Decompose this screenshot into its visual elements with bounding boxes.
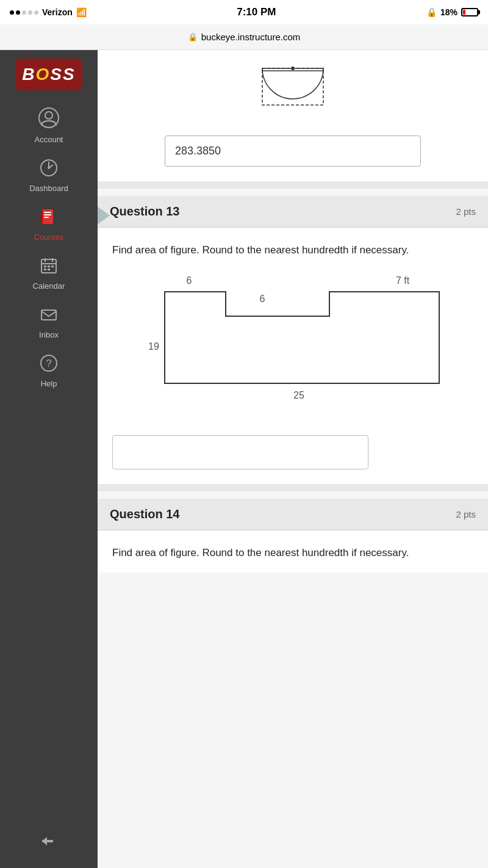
q13-figure-container: 6 6 7 ft 19 25 <box>112 270 473 411</box>
carrier-label: Verizon <box>42 7 73 17</box>
sidebar-item-courses[interactable]: Courses <box>0 199 98 248</box>
svg-rect-27 <box>262 68 323 105</box>
dot-1 <box>10 10 14 15</box>
q14-instruction: Find area of figure. Round to the neares… <box>112 547 409 559</box>
help-icon: ? <box>40 354 58 377</box>
content-area: Question 13 2 pts Find area of figure. R… <box>98 50 488 868</box>
status-bar: Verizon 📶 7:10 PM 🔒 18% <box>0 0 488 24</box>
q14-body: Find area of figure. Round to the neares… <box>98 530 488 573</box>
dot-3 <box>22 10 26 15</box>
collapse-icon <box>41 833 57 853</box>
svg-point-5 <box>48 167 50 169</box>
inbox-label: Inbox <box>39 330 59 339</box>
q13-header: Question 13 2 pts <box>98 196 488 228</box>
q13-title: Question 13 <box>110 204 179 219</box>
boss-logo-image: BOSS <box>15 59 82 90</box>
question-13-block: Question 13 2 pts Find area of figure. R… <box>98 196 488 484</box>
q13-pts: 2 pts <box>456 206 476 217</box>
svg-rect-9 <box>44 217 49 218</box>
sidebar-item-collapse[interactable] <box>0 825 98 862</box>
app-container: BOSS Account Dashb <box>0 50 488 868</box>
q14-pts: 2 pts <box>456 509 476 519</box>
calendar-label: Calendar <box>33 281 65 291</box>
q13-body: Find area of figure. Round to the neares… <box>98 228 488 435</box>
q-separator-2 <box>98 484 488 491</box>
account-icon <box>38 107 59 132</box>
svg-rect-20 <box>41 310 56 320</box>
dashboard-label: Dashboard <box>29 184 68 193</box>
svg-text:25: 25 <box>293 390 304 400</box>
svg-rect-16 <box>48 266 50 267</box>
dashboard-icon <box>40 159 58 181</box>
q-separator-1 <box>98 181 488 189</box>
svg-text:6: 6 <box>260 294 265 304</box>
svg-text:6: 6 <box>187 275 192 286</box>
status-bar-left: Verizon 📶 <box>10 7 87 17</box>
time-display: 7:10 PM <box>237 6 276 18</box>
svg-rect-7 <box>44 212 51 213</box>
svg-rect-15 <box>44 266 46 267</box>
q13-answer-input[interactable] <box>112 435 368 469</box>
sidebar-bottom <box>0 825 98 868</box>
signal-dots <box>10 10 38 15</box>
q13-instruction: Find area of figure. Round to the neares… <box>112 244 409 256</box>
q13-figure: 6 6 7 ft 19 25 <box>128 270 458 411</box>
q13-arrow <box>98 206 110 225</box>
question-14-block: Question 14 2 pts Find area of figure. R… <box>98 499 488 573</box>
q13-answer-area <box>98 435 488 484</box>
previous-question-partial <box>98 50 488 181</box>
sidebar-item-calendar[interactable]: Calendar <box>0 248 98 297</box>
svg-rect-8 <box>44 214 51 215</box>
courses-icon <box>40 208 58 230</box>
dot-5 <box>34 10 38 15</box>
svg-marker-24 <box>42 837 47 845</box>
previous-question-answer-input[interactable] <box>165 136 421 167</box>
svg-point-1 <box>45 112 52 119</box>
dot-4 <box>28 10 32 15</box>
sidebar: BOSS Account Dashb <box>0 50 98 868</box>
account-label: Account <box>35 135 63 144</box>
svg-text:7 ft: 7 ft <box>396 275 410 286</box>
sidebar-logo: BOSS <box>12 56 85 93</box>
url-text: buckeye.instructure.com <box>201 32 301 42</box>
inbox-icon <box>40 305 58 328</box>
url-bar[interactable]: 🔒 buckeye.instructure.com <box>0 24 488 50</box>
lock-icon: 🔒 <box>426 7 437 17</box>
battery-percent: 18% <box>440 7 458 17</box>
sidebar-item-inbox[interactable]: Inbox <box>0 297 98 345</box>
sidebar-item-help[interactable]: ? Help <box>0 345 98 394</box>
url-lock-icon: 🔒 <box>188 32 198 42</box>
svg-rect-17 <box>51 266 54 267</box>
status-bar-right: 🔒 18% <box>426 7 478 17</box>
help-label: Help <box>41 379 57 388</box>
dot-2 <box>16 10 20 15</box>
courses-label: Courses <box>34 233 63 242</box>
svg-rect-10 <box>41 211 43 223</box>
svg-text:?: ? <box>46 358 51 369</box>
semicircle-figure <box>238 62 348 136</box>
battery-icon <box>461 8 478 16</box>
q14-header: Question 14 2 pts <box>98 499 488 530</box>
sidebar-item-dashboard[interactable]: Dashboard <box>0 150 98 199</box>
boss-logo-text: BOSS <box>22 65 75 84</box>
calendar-icon <box>40 256 58 279</box>
svg-rect-18 <box>44 269 46 270</box>
svg-text:19: 19 <box>148 341 159 352</box>
sidebar-item-account[interactable]: Account <box>0 99 98 150</box>
q14-title: Question 14 <box>110 507 179 521</box>
wifi-icon: 📶 <box>76 7 87 17</box>
battery-fill <box>463 10 465 15</box>
svg-rect-19 <box>48 269 50 270</box>
